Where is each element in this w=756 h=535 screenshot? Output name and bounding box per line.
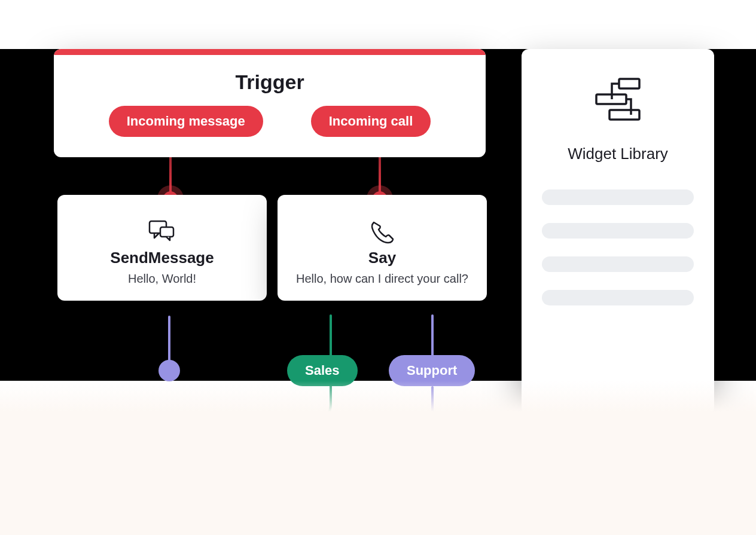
output-pill-support[interactable]: Support bbox=[389, 355, 475, 386]
widget-body: Hello, World! bbox=[68, 271, 256, 286]
library-item-placeholder[interactable] bbox=[542, 189, 694, 205]
phone-icon bbox=[369, 220, 395, 244]
trigger-card[interactable]: Trigger Incoming message Incoming call bbox=[54, 49, 486, 157]
trigger-title: Trigger bbox=[54, 55, 486, 106]
flow-icon bbox=[592, 77, 644, 123]
library-item-placeholder[interactable] bbox=[542, 256, 694, 272]
output-port-sendmessage[interactable] bbox=[158, 360, 180, 381]
svg-rect-2 bbox=[619, 79, 639, 88]
tail-connector-support bbox=[431, 386, 434, 458]
trigger-pill-incoming-message[interactable]: Incoming message bbox=[109, 106, 263, 137]
widget-card-sendmessage[interactable]: SendMessage Hello, World! bbox=[57, 195, 267, 301]
widget-library-panel: Widget Library bbox=[522, 49, 714, 415]
output-pill-sales[interactable]: Sales bbox=[287, 355, 358, 386]
trigger-pill-row: Incoming message Incoming call bbox=[54, 106, 486, 157]
library-item-placeholder[interactable] bbox=[542, 223, 694, 239]
svg-rect-1 bbox=[160, 227, 173, 237]
chat-bubbles-icon bbox=[147, 220, 177, 244]
trigger-pill-incoming-call[interactable]: Incoming call bbox=[311, 106, 431, 137]
widget-name: Say bbox=[288, 249, 476, 267]
tail-connector-sales bbox=[239, 386, 347, 470]
widget-name: SendMessage bbox=[68, 249, 256, 267]
widget-library-title: Widget Library bbox=[542, 145, 694, 163]
widget-body: Hello, how can I direct your call? bbox=[288, 271, 476, 286]
library-item-placeholder[interactable] bbox=[542, 290, 694, 305]
svg-rect-4 bbox=[609, 110, 639, 120]
trigger-accent-stripe bbox=[54, 49, 486, 55]
widget-card-say[interactable]: Say Hello, how can I direct your call? bbox=[278, 195, 487, 301]
